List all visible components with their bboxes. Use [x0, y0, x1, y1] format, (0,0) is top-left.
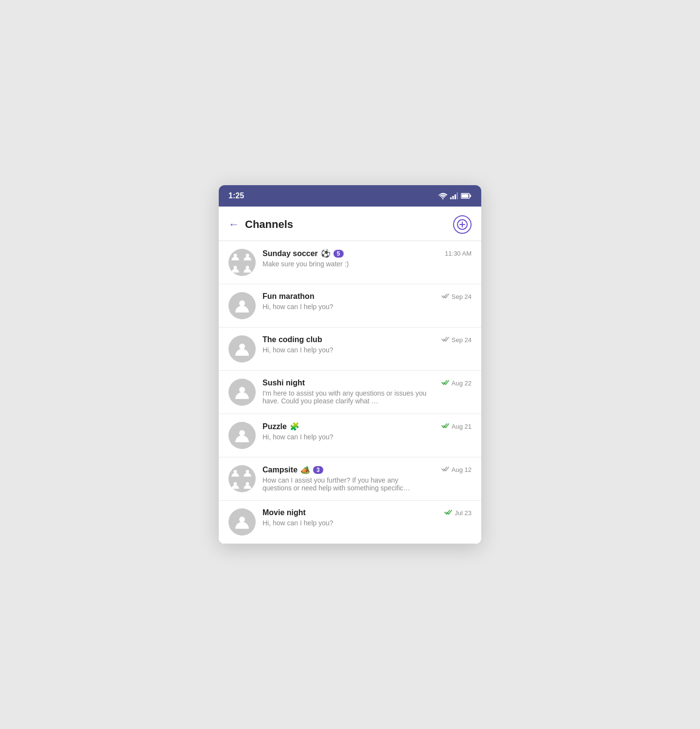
- channel-top: Sunday soccer ⚽ 5 11:30 AM: [262, 249, 472, 258]
- channel-top: Movie night Jul 23: [262, 508, 472, 517]
- channel-top: Puzzle 🧩 Aug 21: [262, 422, 472, 431]
- svg-point-17: [239, 430, 245, 436]
- channel-content: Puzzle 🧩 Aug 21 Hi, how can I help you?: [262, 422, 472, 441]
- channel-time: Jul 23: [444, 509, 472, 517]
- svg-point-20: [234, 482, 237, 485]
- channel-item[interactable]: Movie night Jul 23 Hi, how can I help yo…: [219, 501, 481, 544]
- channel-content: Sushi night Aug 22 I'm here to assist yo…: [262, 379, 472, 405]
- channel-emoji: ⚽: [321, 249, 331, 258]
- signal-icon: [450, 192, 458, 199]
- channel-name: Movie night: [262, 508, 306, 517]
- new-channel-button[interactable]: [453, 215, 472, 234]
- channel-preview: I'm here to assist you with any question…: [262, 389, 428, 405]
- svg-point-13: [246, 265, 249, 269]
- app-header: ← Channels: [219, 207, 481, 241]
- channel-name: Fun marathon: [262, 292, 315, 301]
- channel-name: Sunday soccer: [262, 249, 318, 258]
- channel-name-row: Sunday soccer ⚽ 5: [262, 249, 441, 258]
- channel-content: Sunday soccer ⚽ 5 11:30 AM Make sure you…: [262, 249, 472, 268]
- channel-time: 11:30 AM: [445, 250, 472, 257]
- svg-point-18: [234, 469, 237, 473]
- channel-time: Aug 12: [441, 466, 472, 473]
- svg-rect-1: [453, 196, 454, 199]
- channel-name-row: The coding club: [262, 335, 438, 344]
- channel-name: Campsite: [262, 466, 298, 474]
- svg-point-10: [234, 253, 237, 257]
- channel-time: Sep 24: [441, 336, 472, 344]
- channel-name-row: Sushi night: [262, 379, 438, 387]
- channel-item[interactable]: The coding club Sep 24 Hi, how can I hel…: [219, 328, 481, 371]
- svg-point-15: [239, 344, 245, 349]
- svg-point-16: [239, 387, 245, 393]
- channel-name-row: Puzzle 🧩: [262, 422, 438, 431]
- header-left: ← Channels: [228, 218, 293, 231]
- channel-top: Fun marathon Sep 24: [262, 292, 472, 301]
- svg-rect-5: [470, 195, 472, 197]
- channel-preview: Hi, how can I help you?: [262, 433, 428, 441]
- svg-rect-6: [462, 194, 469, 198]
- page-title: Channels: [245, 218, 293, 231]
- status-bar: 1:25: [219, 185, 481, 207]
- channel-content: Movie night Jul 23 Hi, how can I help yo…: [262, 508, 472, 527]
- svg-point-11: [246, 253, 249, 257]
- channel-name-row: Movie night: [262, 508, 440, 517]
- channel-preview: How can I assist you further? If you hav…: [262, 476, 428, 492]
- status-icons: [438, 192, 472, 199]
- channel-item[interactable]: Sushi night Aug 22 I'm here to assist yo…: [219, 371, 481, 414]
- channel-name: Puzzle: [262, 422, 287, 431]
- channel-name: The coding club: [262, 335, 322, 344]
- svg-rect-0: [450, 197, 452, 199]
- channel-emoji: 🏕️: [300, 465, 310, 474]
- channel-emoji: 🧩: [290, 422, 299, 431]
- channel-time: Aug 21: [441, 423, 472, 430]
- svg-rect-2: [455, 194, 456, 199]
- svg-point-12: [234, 265, 237, 269]
- channel-time: Aug 22: [441, 380, 472, 387]
- channel-list: Sunday soccer ⚽ 5 11:30 AM Make sure you…: [219, 241, 481, 544]
- channel-badge: 3: [313, 466, 323, 474]
- svg-point-21: [246, 482, 249, 485]
- svg-point-22: [239, 517, 245, 522]
- channel-preview: Hi, how can I help you?: [262, 303, 428, 311]
- channel-content: Campsite 🏕️ 3 Aug 12 How can I assist yo…: [262, 465, 472, 492]
- channel-name-row: Fun marathon: [262, 292, 438, 301]
- svg-rect-3: [457, 192, 458, 199]
- svg-point-14: [239, 300, 245, 306]
- channel-preview: Hi, how can I help you?: [262, 519, 428, 527]
- channel-top: Sushi night Aug 22: [262, 379, 472, 387]
- status-time: 1:25: [228, 191, 244, 200]
- channel-item[interactable]: Fun marathon Sep 24 Hi, how can I help y…: [219, 284, 481, 328]
- channel-item[interactable]: Sunday soccer ⚽ 5 11:30 AM Make sure you…: [219, 241, 481, 284]
- new-chat-icon: [457, 219, 468, 230]
- wifi-icon: [438, 192, 447, 199]
- channel-content: Fun marathon Sep 24 Hi, how can I help y…: [262, 292, 472, 311]
- svg-point-19: [246, 469, 249, 473]
- back-button[interactable]: ←: [228, 219, 239, 230]
- channel-name-row: Campsite 🏕️ 3: [262, 465, 438, 474]
- channel-item[interactable]: Campsite 🏕️ 3 Aug 12 How can I assist yo…: [219, 457, 481, 501]
- phone-frame: 1:25 ← Channels: [219, 185, 481, 544]
- channel-preview: Hi, how can I help you?: [262, 346, 428, 354]
- channel-time: Sep 24: [441, 293, 472, 300]
- channel-top: The coding club Sep 24: [262, 335, 472, 344]
- channel-content: The coding club Sep 24 Hi, how can I hel…: [262, 335, 472, 354]
- channel-badge: 5: [333, 250, 344, 258]
- battery-icon: [461, 193, 472, 199]
- channel-name: Sushi night: [262, 379, 305, 387]
- channel-top: Campsite 🏕️ 3 Aug 12: [262, 465, 472, 474]
- channel-item[interactable]: Puzzle 🧩 Aug 21 Hi, how can I help you?: [219, 414, 481, 457]
- channel-preview: Make sure you bring water :): [262, 260, 428, 268]
